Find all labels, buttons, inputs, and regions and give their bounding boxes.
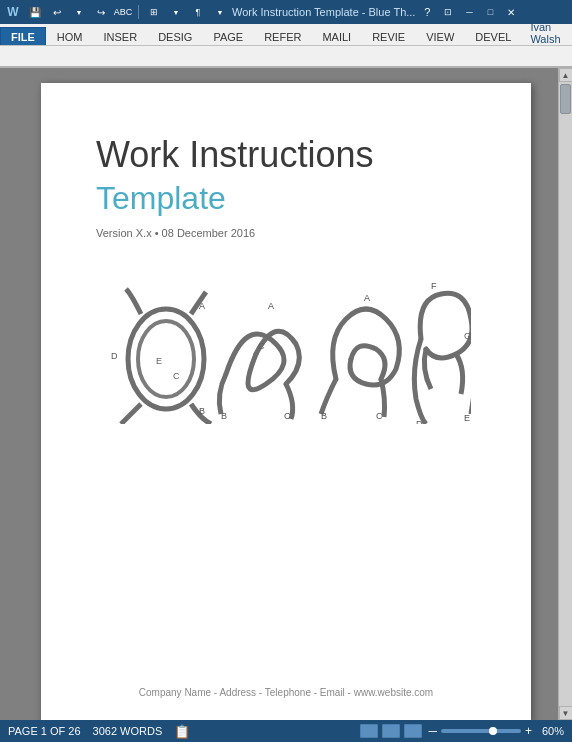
page-footer: Company Name - Address - Telephone - Ema… (96, 687, 476, 698)
document-area: ▲ ▼ Work Instructions Template Version X… (0, 68, 572, 720)
zoom-plus-button[interactable]: + (525, 724, 532, 738)
svg-text:A: A (364, 293, 370, 303)
vertical-scrollbar[interactable]: ▲ ▼ (558, 68, 572, 720)
page-info: PAGE 1 OF 26 (8, 725, 81, 737)
spell-button[interactable]: ABC (114, 3, 132, 21)
view-buttons (360, 724, 422, 738)
scroll-thumb[interactable] (560, 84, 571, 114)
tab-design[interactable]: DESIG (148, 27, 202, 45)
print-layout-button[interactable] (360, 724, 378, 738)
zoom-slider[interactable] (441, 729, 521, 733)
zoom-thumb (489, 727, 497, 735)
svg-text:B: B (199, 406, 205, 416)
tab-insert[interactable]: INSER (94, 27, 148, 45)
user-area[interactable]: Ivan Walsh ▼ K (522, 21, 572, 45)
tab-developer[interactable]: DEVEL (465, 27, 521, 45)
read-mode-button[interactable] (382, 724, 400, 738)
svg-text:B: B (321, 411, 327, 421)
document-page: Work Instructions Template Version X.x •… (41, 83, 531, 720)
zoom-minus-button[interactable]: ─ (428, 724, 437, 738)
window-title: Work Instruction Template - Blue Th... (232, 6, 415, 18)
scroll-up-button[interactable]: ▲ (559, 68, 573, 82)
svg-text:C: C (258, 341, 265, 351)
table-dropdown[interactable]: ▼ (167, 3, 185, 21)
format-button[interactable]: ¶ (189, 3, 207, 21)
zoom-controls: ─ + 60% (428, 724, 564, 738)
title-bar: W 💾 ↩ ▼ ↪ ABC ⊞ ▼ ¶ ▼ Work Instruction T… (0, 0, 572, 24)
minimize-button[interactable]: ─ (460, 3, 478, 21)
customize-button[interactable]: ▼ (211, 3, 229, 21)
user-name: Ivan Walsh (530, 21, 566, 45)
undo-button[interactable]: ↩ (48, 3, 66, 21)
svg-text:F: F (431, 281, 437, 291)
help-button[interactable]: ? (418, 3, 436, 21)
zoom-level[interactable]: 60% (536, 725, 564, 737)
svg-text:E: E (156, 356, 162, 366)
tab-view[interactable]: VIEW (416, 27, 464, 45)
svg-point-1 (138, 321, 194, 397)
proofing-icon[interactable]: 📋 (174, 724, 190, 739)
svg-text:A: A (268, 301, 274, 311)
word-icon: W (4, 3, 22, 21)
window-buttons: ? ⊡ ─ □ ✕ (418, 3, 520, 21)
toolbar-separator (138, 5, 139, 19)
svg-text:C: C (376, 411, 383, 421)
title-text: Work Instruction Template - Blue Th... (232, 6, 415, 18)
svg-text:C: C (284, 411, 291, 421)
svg-text:B: B (221, 411, 227, 421)
knot-svg: A D E C B A C B C (101, 274, 471, 424)
tab-file[interactable]: FILE (0, 27, 46, 45)
undo-dropdown[interactable]: ▼ (70, 3, 88, 21)
svg-text:D: D (416, 419, 423, 424)
page-subtitle: Template (96, 180, 476, 217)
svg-text:E: E (464, 413, 470, 423)
version-text: Version X.x • 08 December 2016 (96, 227, 476, 239)
ribbon-tabs: FILE HOM INSER DESIG PAGE REFER MAILI RE… (0, 24, 572, 46)
word-count: 3062 WORDS (93, 725, 163, 737)
status-bar: PAGE 1 OF 26 3062 WORDS 📋 ─ + 60% (0, 720, 572, 742)
svg-text:D: D (111, 351, 118, 361)
status-right: ─ + 60% (360, 724, 564, 738)
web-layout-button[interactable] (404, 724, 422, 738)
svg-text:C: C (173, 371, 180, 381)
window-controls-left: W 💾 ↩ ▼ ↪ ABC ⊞ ▼ ¶ ▼ (4, 3, 229, 21)
knot-illustration: A D E C B A C B C (96, 269, 476, 429)
ribbon-toggle[interactable]: ⊡ (439, 3, 457, 21)
scroll-down-button[interactable]: ▼ (559, 706, 573, 720)
table-button[interactable]: ⊞ (145, 3, 163, 21)
tab-review[interactable]: REVIE (362, 27, 415, 45)
svg-text:G: G (464, 331, 471, 341)
save-button[interactable]: 💾 (26, 3, 44, 21)
page-title: Work Instructions (96, 133, 476, 176)
status-left: PAGE 1 OF 26 3062 WORDS 📋 (8, 724, 190, 739)
ribbon-content (0, 46, 572, 68)
maximize-button[interactable]: □ (481, 3, 499, 21)
tab-mailings[interactable]: MAILI (312, 27, 361, 45)
tab-page[interactable]: PAGE (203, 27, 253, 45)
svg-text:A: A (199, 301, 205, 311)
scroll-track (559, 82, 572, 706)
tab-home[interactable]: HOM (47, 27, 93, 45)
redo-button[interactable]: ↪ (92, 3, 110, 21)
tab-references[interactable]: REFER (254, 27, 311, 45)
close-button[interactable]: ✕ (502, 3, 520, 21)
